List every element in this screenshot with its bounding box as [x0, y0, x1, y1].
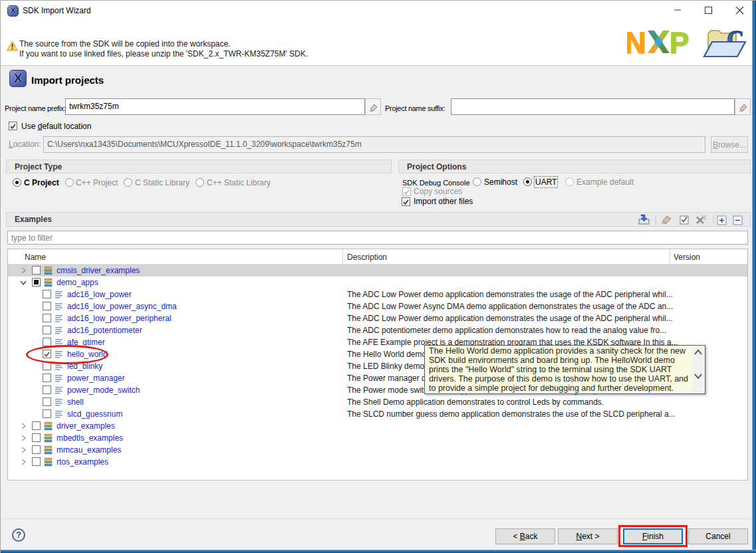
- footer-separator: [1, 518, 756, 519]
- banner-message-line1: The source from the SDK will be copied i…: [19, 39, 230, 49]
- example-name[interactable]: driver_examples: [57, 421, 115, 431]
- example-name[interactable]: adc16_low_power_peripheral: [67, 314, 172, 323]
- example-checkbox-cmsis_driver_examples[interactable]: [32, 266, 41, 275]
- use-default-location-checkbox[interactable]: [9, 122, 17, 130]
- project-type-radio-c-static-library[interactable]: [124, 178, 132, 187]
- example-checkbox-power_mode_switch[interactable]: [43, 386, 51, 394]
- sdk-debug-console-radio-semihost[interactable]: [473, 177, 481, 186]
- example-name[interactable]: mmcau_examples: [57, 445, 121, 455]
- example-row-adc16_low_power_peripheral[interactable]: adc16_low_power_peripheralThe ADC Low Po…: [8, 312, 747, 324]
- example-name[interactable]: slcd_guessnum: [67, 409, 122, 419]
- example-row-driver_examples[interactable]: driver_examples: [8, 420, 747, 432]
- example-checkbox-slcd_guessnum[interactable]: [43, 409, 51, 418]
- back-button[interactable]: < Back: [495, 528, 555, 544]
- example-name[interactable]: adc16_low_power_async_dma: [67, 302, 177, 311]
- example-row-rtos_examples[interactable]: rtos_examples: [8, 456, 747, 468]
- column-version[interactable]: Version: [674, 253, 700, 262]
- example-description: The SLCD number guess demo application d…: [347, 409, 746, 419]
- category-icon: [44, 421, 53, 431]
- hello-world-tooltip: The Hello World demo application provide…: [424, 345, 705, 394]
- example-checkbox-mmcau_examples[interactable]: [32, 445, 41, 454]
- example-description: The ADC Low Power demo application demon…: [347, 314, 746, 323]
- example-name[interactable]: adc16_low_power: [67, 290, 132, 299]
- expand-arrow-icon[interactable]: [20, 434, 27, 443]
- clear-suffix-button[interactable]: [735, 98, 751, 115]
- sdk-debug-console-radio-label: Example default: [576, 177, 634, 187]
- example-checkbox-adc16_low_power_async_dma[interactable]: [43, 302, 51, 310]
- project-name-prefix-input[interactable]: twrkm35z75m: [65, 98, 365, 115]
- example-name[interactable]: power_manager: [67, 374, 125, 383]
- browse-button[interactable]: Browse...: [711, 136, 748, 153]
- location-field: C:\Users\nxa13435\Documents\MCUXpressoID…: [43, 136, 705, 153]
- example-icon: [55, 386, 63, 395]
- window-edge-bottom: [1, 550, 756, 553]
- example-name[interactable]: power_mode_switch: [67, 386, 140, 395]
- example-row-adc16_potentiometer[interactable]: adc16_potentiometerThe ADC potentiometer…: [8, 324, 747, 336]
- examples-toolbar: [638, 213, 748, 226]
- example-icon: [55, 409, 63, 419]
- example-icon: [55, 290, 63, 299]
- example-checkbox-rtos_examples[interactable]: [32, 457, 41, 466]
- category-icon: [44, 278, 53, 287]
- title-bar: X SDK Import Wizard: [1, 1, 756, 21]
- example-name[interactable]: cmsis_driver_examples: [57, 266, 140, 275]
- help-button[interactable]: ?: [12, 528, 25, 542]
- maximize-button[interactable]: [697, 1, 719, 19]
- example-checkbox-demo_apps[interactable]: [32, 278, 41, 286]
- example-name[interactable]: demo_apps: [57, 278, 98, 287]
- example-row-shell[interactable]: shellThe Shell Demo application demonstr…: [8, 396, 747, 408]
- example-icon: [55, 397, 63, 407]
- example-checkbox-power_manager[interactable]: [43, 374, 51, 382]
- filter-input[interactable]: type to filter: [7, 231, 748, 245]
- expand-arrow-icon[interactable]: [20, 267, 27, 276]
- example-checkbox-adc16_low_power_peripheral[interactable]: [43, 314, 51, 322]
- example-row-cmsis_driver_examples[interactable]: cmsis_driver_examples: [8, 265, 747, 276]
- expand-arrow-icon[interactable]: [20, 458, 27, 467]
- example-row-adc16_low_power[interactable]: adc16_low_powerThe ADC Low Power demo ap…: [8, 288, 747, 300]
- project-type-radio-c-project[interactable]: [65, 178, 74, 187]
- example-row-adc16_low_power_async_dma[interactable]: adc16_low_power_async_dmaThe ADC Low Pow…: [8, 300, 747, 312]
- use-default-location-label: Use default location: [21, 122, 91, 131]
- expand-all-icon: [717, 216, 726, 225]
- expand-arrow-icon[interactable]: [20, 446, 27, 455]
- example-checkbox-mbedtls_examples[interactable]: [32, 433, 41, 442]
- example-icon: [55, 302, 63, 311]
- sdk-debug-console-radio-uart[interactable]: [523, 177, 532, 186]
- example-row-demo_apps[interactable]: demo_apps: [8, 276, 747, 288]
- clear-prefix-button[interactable]: [365, 98, 381, 115]
- example-checkbox-afe_qtimer[interactable]: [43, 338, 51, 346]
- project-type-radio-c-static-library[interactable]: [195, 178, 204, 187]
- finish-button[interactable]: Finish: [623, 528, 683, 544]
- example-checkbox-adc16_potentiometer[interactable]: [43, 326, 51, 334]
- cancel-button[interactable]: Cancel: [688, 528, 748, 544]
- svg-text:N: N: [627, 29, 646, 56]
- project-type-label: C++ Project: [76, 178, 118, 187]
- example-name[interactable]: mbedtls_examples: [57, 433, 123, 443]
- example-checkbox-adc16_low_power[interactable]: [43, 290, 51, 298]
- expand-arrow-icon[interactable]: [20, 422, 27, 431]
- tooltip-scrollbar[interactable]: [692, 346, 704, 393]
- copy-sources-checkbox[interactable]: [402, 187, 411, 196]
- column-name[interactable]: Name: [25, 253, 46, 262]
- example-checkbox-shell[interactable]: [43, 397, 51, 406]
- example-name[interactable]: rtos_examples: [57, 457, 108, 467]
- nxp-logo: N P: [627, 29, 696, 56]
- sdk-debug-console-label: SDK Debug Console: [402, 179, 470, 187]
- example-row-slcd_guessnum[interactable]: slcd_guessnumThe SLCD number guess demo …: [8, 408, 747, 420]
- next-button[interactable]: Next >: [558, 528, 618, 544]
- example-row-mbedtls_examples[interactable]: mbedtls_examples: [8, 432, 747, 444]
- example-name[interactable]: shell: [67, 397, 84, 407]
- example-row-mmcau_examples[interactable]: mmcau_examples: [8, 444, 747, 456]
- project-name-suffix-input[interactable]: [451, 98, 735, 115]
- collapse-arrow-icon[interactable]: [20, 278, 27, 288]
- minimize-button[interactable]: [666, 1, 689, 19]
- project-type-radio-c-project[interactable]: [13, 178, 21, 187]
- close-button[interactable]: [729, 1, 751, 19]
- sdk-debug-console-radio-example-default[interactable]: [565, 177, 574, 186]
- clear-filter-icon: [662, 216, 671, 223]
- import-other-files-checkbox[interactable]: [402, 197, 410, 206]
- example-checkbox-driver_examples[interactable]: [32, 421, 41, 430]
- example-name[interactable]: adc16_potentiometer: [67, 326, 142, 335]
- column-description[interactable]: Description: [347, 253, 387, 262]
- project-type-group-header: Project Type: [6, 160, 392, 173]
